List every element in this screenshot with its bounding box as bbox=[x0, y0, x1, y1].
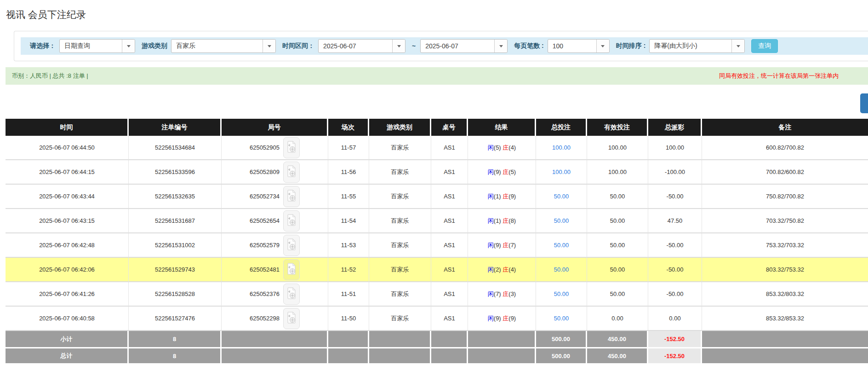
result-cell: 闲(2) 庄(4) bbox=[468, 258, 536, 282]
chevron-down-icon[interactable] bbox=[494, 40, 507, 52]
result-cell: 闲(7) 庄(3) bbox=[468, 282, 536, 307]
game-type-cell: 百家乐 bbox=[369, 160, 431, 185]
table-row[interactable]: 2025-06-07 06:40:58522561527476625052298… bbox=[6, 307, 868, 331]
summary-empty-cell bbox=[431, 331, 468, 347]
game-category-select[interactable]: 百家乐 bbox=[171, 39, 276, 53]
session-cell: 11-55 bbox=[328, 185, 369, 209]
summary-payout-cell: -152.50 bbox=[648, 347, 702, 363]
total-bet-cell: 50.00 bbox=[536, 282, 587, 307]
video-replay-button[interactable] bbox=[283, 284, 300, 305]
video-replay-icon bbox=[287, 238, 296, 252]
banker-result-label: 庄 bbox=[503, 266, 508, 273]
total-bet-link[interactable]: 50.00 bbox=[554, 193, 569, 200]
table-row[interactable]: 2025-06-07 06:42:48522561531002625052579… bbox=[6, 233, 868, 258]
summary-empty-cell bbox=[431, 347, 468, 363]
banker-result-label: 庄 bbox=[503, 315, 508, 322]
summary-empty-cell bbox=[468, 331, 536, 347]
time-sort-label: 时间排序 : bbox=[616, 42, 646, 50]
bet-number-cell: 522561528528 bbox=[129, 282, 222, 307]
date-from-select[interactable]: 2025-06-07 bbox=[318, 39, 405, 53]
query-type-select[interactable]: 日期查询 bbox=[59, 39, 135, 53]
grand-total-row: 总计8500.00450.00-152.50 bbox=[6, 347, 868, 363]
chevron-down-icon[interactable] bbox=[392, 40, 405, 52]
player-result-label: 闲 bbox=[488, 168, 494, 175]
bet-number-cell: 522561527476 bbox=[129, 307, 222, 331]
total-bet-link[interactable]: 50.00 bbox=[554, 315, 569, 322]
player-result-score: (2) bbox=[494, 266, 503, 273]
total-bet-link[interactable]: 50.00 bbox=[554, 266, 569, 273]
table-row[interactable]: 2025-06-07 06:44:15522561533596625052809… bbox=[6, 160, 868, 185]
filter-panel: 请选择： 日期查询 游戏类别 百家乐 时间区间： 2025-06-07 ~ 20… bbox=[14, 31, 868, 61]
table-row[interactable]: 2025-06-07 06:44:50522561534684625052905… bbox=[6, 136, 868, 160]
banker-result-label: 庄 bbox=[503, 144, 508, 151]
filter-bar: 请选择： 日期查询 游戏类别 百家乐 时间区间： 2025-06-07 ~ 20… bbox=[21, 37, 868, 55]
summary-total-bet-cell: 500.00 bbox=[536, 331, 587, 347]
round-number-cell: 625052376 bbox=[222, 282, 328, 307]
session-cell: 11-52 bbox=[328, 258, 369, 282]
video-replay-icon bbox=[287, 190, 296, 203]
video-replay-button[interactable] bbox=[283, 162, 300, 183]
date-to-value: 2025-06-07 bbox=[421, 40, 494, 52]
total-bet-link[interactable]: 100.00 bbox=[552, 144, 571, 151]
total-bet-cell: 50.00 bbox=[536, 209, 587, 233]
result-cell: 闲(9) 庄(7) bbox=[468, 233, 536, 258]
table-row[interactable]: 2025-06-07 06:42:06522561529743625052481… bbox=[6, 258, 868, 282]
video-replay-button[interactable] bbox=[283, 235, 300, 256]
banker-result-score: (9) bbox=[508, 193, 516, 200]
time-range-label: 时间区间： bbox=[282, 42, 314, 50]
time-cell: 2025-06-07 06:43:15 bbox=[6, 209, 129, 233]
total-bet-cell: 50.00 bbox=[536, 258, 587, 282]
total-bet-link[interactable]: 50.00 bbox=[554, 242, 569, 249]
video-replay-button[interactable] bbox=[283, 210, 300, 232]
total-bet-link[interactable]: 50.00 bbox=[554, 217, 569, 224]
date-to-select[interactable]: 2025-06-07 bbox=[420, 39, 508, 53]
video-replay-button[interactable] bbox=[283, 308, 300, 329]
page-size-select[interactable]: 100 bbox=[548, 39, 610, 53]
payout-cell: -100.00 bbox=[648, 160, 702, 185]
round-number: 625052654 bbox=[250, 217, 280, 224]
summary-valid-bet-cell: 450.00 bbox=[587, 331, 648, 347]
summary-empty-cell bbox=[369, 331, 431, 347]
player-result-label: 闲 bbox=[488, 266, 494, 273]
page-size-value: 100 bbox=[548, 40, 596, 52]
query-button[interactable]: 查询 bbox=[751, 39, 778, 53]
banker-result-label: 庄 bbox=[503, 290, 508, 297]
valid-bet-notice-text: 同局有效投注，统一计算在该局第一张注单内 bbox=[719, 72, 839, 80]
time-cell: 2025-06-07 06:44:15 bbox=[6, 160, 129, 185]
table-row[interactable]: 2025-06-07 06:43:15522561531687625052654… bbox=[6, 209, 868, 233]
chevron-down-icon[interactable] bbox=[263, 40, 275, 52]
summary-remark-cell bbox=[702, 331, 868, 347]
betting-records-table: 时间注单编号局号场次游戏类别桌号结果总投注有效投注总派彩备注 2025-06-0… bbox=[6, 119, 868, 363]
valid-bet-cell: 50.00 bbox=[587, 185, 648, 209]
edge-action-button[interactable] bbox=[860, 93, 868, 113]
player-result-score: (9) bbox=[494, 168, 503, 175]
chevron-down-icon[interactable] bbox=[122, 40, 135, 52]
round-number-cell: 625052905 bbox=[222, 136, 328, 160]
session-cell: 11-50 bbox=[328, 307, 369, 331]
time-sort-select[interactable]: 降幂(由大到小) bbox=[649, 39, 745, 53]
video-replay-button[interactable] bbox=[283, 259, 300, 280]
table-row[interactable]: 2025-06-07 06:41:26522561528528625052376… bbox=[6, 282, 868, 307]
chevron-down-icon[interactable] bbox=[731, 40, 744, 52]
total-bet-cell: 50.00 bbox=[536, 233, 587, 258]
video-replay-icon bbox=[287, 214, 296, 227]
chevron-down-icon[interactable] bbox=[596, 40, 609, 52]
video-replay-button[interactable] bbox=[283, 186, 300, 207]
round-number-cell: 625052298 bbox=[222, 307, 328, 331]
table-row[interactable]: 2025-06-07 06:43:44522561532635625052734… bbox=[6, 185, 868, 209]
player-result-score: (5) bbox=[494, 144, 503, 151]
summary-notice-bar: 币别：人民币 | 总共 :8 注单 | 同局有效投注，统一计算在该局第一张注单内 bbox=[6, 67, 868, 85]
time-cell: 2025-06-07 06:44:50 bbox=[6, 136, 129, 160]
valid-bet-cell: 100.00 bbox=[587, 160, 648, 185]
session-cell: 11-51 bbox=[328, 282, 369, 307]
total-bet-link[interactable]: 100.00 bbox=[552, 168, 571, 175]
currency-summary-text: 币别：人民币 | 总共 :8 注单 | bbox=[12, 72, 88, 80]
game-type-cell: 百家乐 bbox=[369, 209, 431, 233]
game-type-cell: 百家乐 bbox=[369, 258, 431, 282]
table-number-cell: AS1 bbox=[431, 233, 468, 258]
total-bet-link[interactable]: 50.00 bbox=[554, 290, 569, 297]
query-type-label: 请选择： bbox=[30, 42, 56, 50]
round-number-cell: 625052809 bbox=[222, 160, 328, 185]
video-replay-button[interactable] bbox=[283, 137, 300, 158]
summary-empty-cell bbox=[369, 347, 431, 363]
